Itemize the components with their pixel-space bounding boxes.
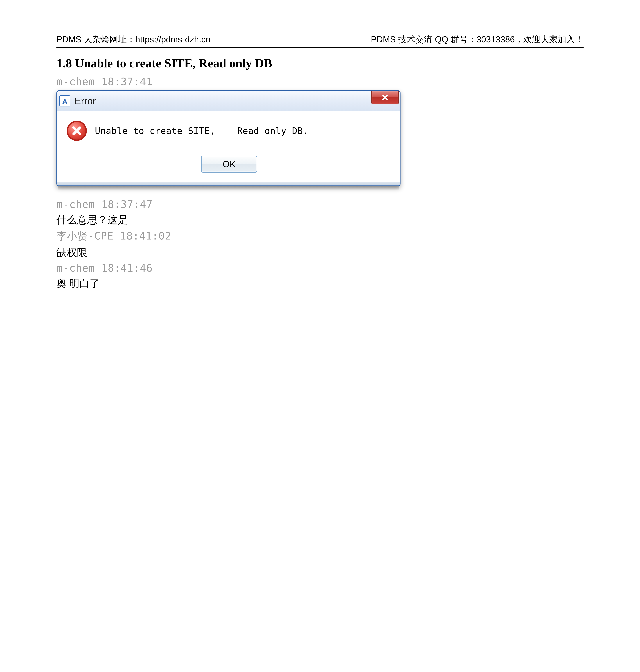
dialog-titlebar: Error [57, 91, 400, 111]
error-dialog: Error Unable to create SITE, Read only D… [56, 90, 401, 186]
x-icon [71, 125, 82, 136]
ok-button[interactable]: OK [201, 156, 257, 173]
dialog-shadow [58, 186, 399, 190]
chat-meta-2: m-chem 18:37:47 [56, 199, 584, 210]
dialog-body: Unable to create SITE, Read only DB. OK [57, 111, 400, 182]
dialog-bottom-edge [57, 182, 400, 186]
section-heading: 1.8 Unable to create SITE, Read only DB [56, 56, 584, 70]
chat-msg-2: 什么意思？这是 [56, 213, 584, 227]
chat-meta-3: 李小贤-CPE 18:41:02 [56, 229, 584, 243]
header-right-text: PDMS 技术交流 QQ 群号：30313386，欢迎大家加入！ [371, 33, 584, 45]
close-button[interactable] [371, 91, 399, 104]
chat-msg-4: 奥 明白了 [56, 277, 584, 291]
header-left-text: PDMS 大杂烩网址：https://pdms-dzh.cn [56, 33, 210, 45]
page-header: PDMS 大杂烩网址：https://pdms-dzh.cn PDMS 技术交流… [56, 33, 584, 48]
chat-msg-3: 缺权限 [56, 246, 584, 260]
close-icon [381, 94, 389, 101]
chat-meta-4: m-chem 18:41:46 [56, 262, 584, 274]
error-dialog-screenshot: Error Unable to create SITE, Read only D… [56, 90, 401, 190]
error-icon [67, 121, 87, 141]
dialog-message: Unable to create SITE, Read only DB. [95, 126, 308, 136]
chat-meta-1: m-chem 18:37:41 [56, 76, 584, 88]
app-icon [59, 96, 70, 106]
letter-a-icon [61, 97, 69, 105]
dialog-title: Error [74, 96, 371, 106]
ok-button-label: OK [223, 159, 235, 169]
